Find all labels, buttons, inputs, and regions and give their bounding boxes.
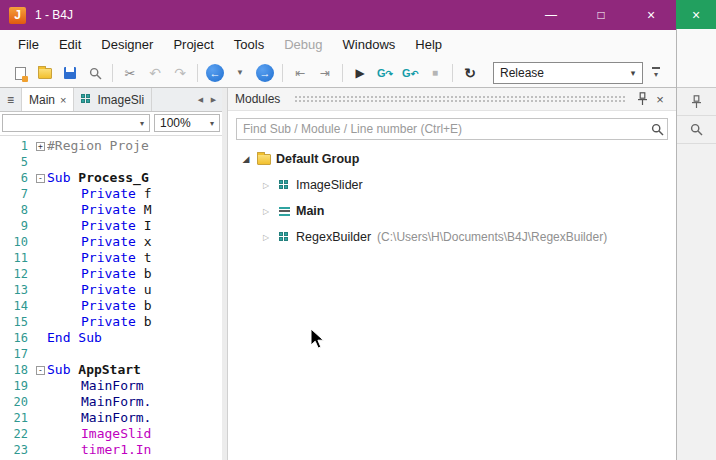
code-line[interactable]: 18-Sub AppStart xyxy=(0,362,222,378)
tab-label: Main xyxy=(29,93,55,107)
tree-item-imageslider[interactable]: ▷ImageSlider xyxy=(228,172,676,198)
toolbar-overflow-button[interactable]: ▾ xyxy=(648,67,664,79)
fold-margin xyxy=(34,186,47,202)
panel-title: Modules xyxy=(235,92,280,106)
run-icon: ▶ xyxy=(355,67,364,79)
code-line[interactable]: 17 xyxy=(0,346,222,362)
tree-item-label: RegexBuilder xyxy=(296,230,371,244)
code-text: Private u xyxy=(47,282,222,298)
jump-previous-sub-button[interactable]: G↷ xyxy=(373,61,397,85)
run-button[interactable]: ▶ xyxy=(348,61,372,85)
chevron-down-icon: ▾ xyxy=(624,63,642,83)
module-search-box xyxy=(236,118,668,140)
code-editor-panel: ≡Main×ImageSli◀▶ ▾ 100% ▾ 1+#Region Proj… xyxy=(0,88,222,460)
expand-arrow-icon[interactable]: ▷ xyxy=(258,207,274,216)
tab-list-button[interactable]: ≡ xyxy=(0,88,22,111)
tree-item-default-group[interactable]: ◢Default Group xyxy=(228,146,676,172)
menu-item-file[interactable]: File xyxy=(8,31,49,58)
menu-item-windows[interactable]: Windows xyxy=(333,31,406,58)
code-line[interactable]: 10Private x xyxy=(0,234,222,250)
expand-arrow-icon[interactable]: ▷ xyxy=(258,233,274,242)
maximize-button[interactable]: □ xyxy=(576,0,626,30)
panel-drag-grip[interactable] xyxy=(294,95,627,103)
tab-imagesli[interactable]: ImageSli xyxy=(74,88,152,111)
collapse-arrow-icon[interactable]: ◢ xyxy=(238,154,254,164)
code-line[interactable]: 23timer1.In xyxy=(0,442,222,458)
stop-icon: ■ xyxy=(432,68,438,78)
find-icon xyxy=(89,67,102,80)
save-button[interactable] xyxy=(58,61,82,85)
background-search-button[interactable] xyxy=(677,116,716,144)
indent-button[interactable]: ⇥ xyxy=(313,61,337,85)
tree-item-regexbuilder[interactable]: ▷RegexBuilder(C:\Users\H\Documents\B4J\R… xyxy=(228,224,676,250)
code-line[interactable]: 1+#Region Proje xyxy=(0,138,222,154)
tab-close-icon[interactable]: × xyxy=(60,94,66,106)
open-button[interactable] xyxy=(33,61,57,85)
toolbar: ✂↶↷←▼→⇤⇥▶G↷G↶■↻Release▾▾ xyxy=(0,59,676,88)
code-line[interactable]: 7Private f xyxy=(0,186,222,202)
toolbar-separator xyxy=(342,64,343,82)
code-line[interactable]: 8Private M xyxy=(0,202,222,218)
menu-item-help[interactable]: Help xyxy=(405,31,452,58)
cut-button[interactable]: ✂ xyxy=(118,61,142,85)
code-line[interactable]: 19MainForm xyxy=(0,378,222,394)
fold-toggle[interactable]: - xyxy=(34,170,47,186)
code-line[interactable]: 12Private b xyxy=(0,266,222,282)
code-line[interactable]: 5 xyxy=(0,154,222,170)
fold-margin xyxy=(34,410,47,426)
background-window-close-button[interactable]: × xyxy=(676,0,716,29)
find-in-files-button[interactable] xyxy=(83,61,107,85)
rebuild-button[interactable]: ↻ xyxy=(458,61,482,85)
code-line[interactable]: 13Private u xyxy=(0,282,222,298)
fold-toggle[interactable]: + xyxy=(34,138,47,154)
build-configuration-combo[interactable]: Release▾ xyxy=(493,62,643,84)
menu-item-project[interactable]: Project xyxy=(163,31,223,58)
line-number: 16 xyxy=(0,330,34,346)
line-number: 5 xyxy=(0,154,34,170)
step2-icon: G↶ xyxy=(402,68,418,79)
expand-icon: + xyxy=(36,142,45,151)
code-line[interactable]: 6-Sub Process_G xyxy=(0,170,222,186)
line-number: 23 xyxy=(0,442,34,458)
tree-item-main[interactable]: ▷Main xyxy=(228,198,676,224)
menu-item-edit[interactable]: Edit xyxy=(49,31,91,58)
fold-toggle[interactable]: - xyxy=(34,362,47,378)
tab-scroll-left-button[interactable]: ◀ xyxy=(194,96,207,104)
outdent-icon: ⇤ xyxy=(295,67,305,79)
tab-main[interactable]: Main× xyxy=(22,88,74,111)
code-text: Private f xyxy=(47,186,222,202)
navigate-forward-button[interactable]: → xyxy=(253,61,277,85)
code-line[interactable]: 15Private b xyxy=(0,314,222,330)
back-history-dropdown[interactable]: ▼ xyxy=(228,61,252,85)
tab-scroll-right-button[interactable]: ▶ xyxy=(207,96,220,104)
close-button[interactable]: × xyxy=(626,0,676,30)
outdent-button[interactable]: ⇤ xyxy=(288,61,312,85)
module-icon xyxy=(81,94,92,105)
zoom-combo[interactable]: 100% ▾ xyxy=(154,114,220,132)
code-text: Private x xyxy=(47,234,222,250)
pin-button[interactable] xyxy=(633,92,651,106)
menu-item-designer[interactable]: Designer xyxy=(91,31,163,58)
code-line[interactable]: 20MainForm. xyxy=(0,394,222,410)
code-line[interactable]: 9Private I xyxy=(0,218,222,234)
code-line[interactable]: 11Private t xyxy=(0,250,222,266)
search-icon[interactable] xyxy=(647,123,667,136)
code-editor[interactable]: 1+#Region Proje56-Sub Process_G7Private … xyxy=(0,136,222,460)
code-line[interactable]: 21MainForm. xyxy=(0,410,222,426)
code-text: Sub AppStart xyxy=(47,362,222,378)
fold-margin xyxy=(34,250,47,266)
minimize-button[interactable]: — xyxy=(526,0,576,30)
code-line[interactable]: 14Private b xyxy=(0,298,222,314)
code-line[interactable]: 16End Sub xyxy=(0,330,222,346)
jump-next-sub-button[interactable]: G↶ xyxy=(398,61,422,85)
new-button[interactable] xyxy=(8,61,32,85)
expand-arrow-icon[interactable]: ▷ xyxy=(258,181,274,190)
background-pin-button[interactable] xyxy=(677,88,716,116)
menu-item-tools[interactable]: Tools xyxy=(224,31,274,58)
navigate-back-button[interactable]: ← xyxy=(203,61,227,85)
module-selector-combo[interactable]: ▾ xyxy=(2,114,150,132)
fold-margin xyxy=(34,346,47,362)
panel-close-button[interactable]: × xyxy=(651,92,669,107)
module-search-input[interactable] xyxy=(237,122,647,136)
code-line[interactable]: 22ImageSlid xyxy=(0,426,222,442)
